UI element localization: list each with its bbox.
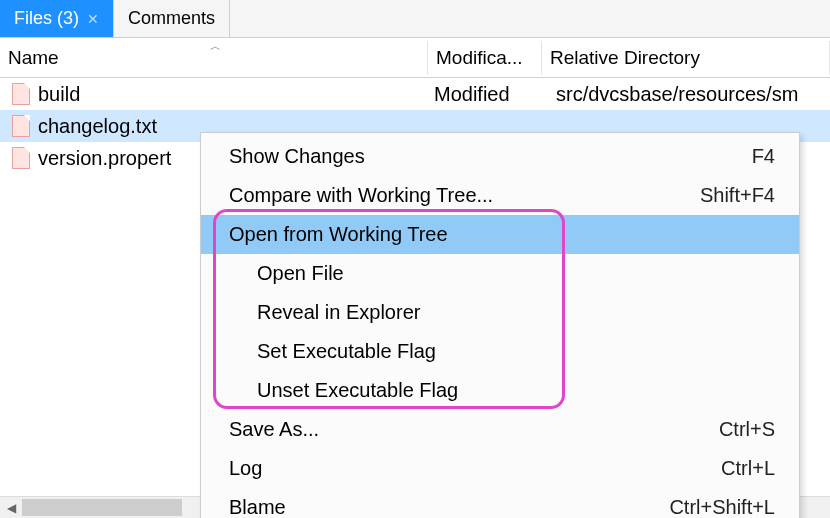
column-modification[interactable]: Modifica... [428, 41, 542, 75]
menu-item-shortcut: Ctrl+S [719, 418, 775, 441]
menu-item-label: Save As... [229, 418, 719, 441]
scrollbar-thumb[interactable] [22, 499, 182, 516]
scroll-left-icon[interactable]: ◀ [0, 497, 22, 519]
menu-unset-executable-flag[interactable]: Unset Executable Flag [201, 371, 799, 410]
tab-files[interactable]: Files (3) ✕ [0, 0, 114, 37]
file-relative-directory: src/dvcsbase/resources/sm [556, 83, 830, 106]
table-row[interactable]: build Modified src/dvcsbase/resources/sm [0, 78, 830, 110]
menu-log[interactable]: Log Ctrl+L [201, 449, 799, 488]
file-icon [12, 147, 30, 169]
close-icon[interactable]: ✕ [87, 11, 99, 27]
menu-item-label: Blame [229, 496, 669, 518]
menu-blame[interactable]: Blame Ctrl+Shift+L [201, 488, 799, 518]
column-headers: Name ︿ Modifica... Relative Directory [0, 38, 830, 78]
context-menu: Show Changes F4 Compare with Working Tre… [200, 132, 800, 518]
menu-item-label: Unset Executable Flag [257, 379, 775, 402]
menu-item-label: Set Executable Flag [257, 340, 775, 363]
menu-item-shortcut: Ctrl+Shift+L [669, 496, 775, 518]
file-icon [12, 115, 30, 137]
menu-item-label: Reveal in Explorer [257, 301, 775, 324]
menu-item-shortcut: F4 [752, 145, 775, 168]
tab-comments-label: Comments [128, 8, 215, 29]
file-name: build [38, 83, 426, 106]
tab-files-label: Files (3) [14, 8, 79, 29]
tab-comments[interactable]: Comments [114, 0, 230, 37]
menu-save-as[interactable]: Save As... Ctrl+S [201, 410, 799, 449]
menu-show-changes[interactable]: Show Changes F4 [201, 137, 799, 176]
file-modification-status: Modified [434, 83, 548, 106]
sort-ascending-icon: ︿ [210, 41, 221, 54]
menu-item-shortcut: Ctrl+L [721, 457, 775, 480]
menu-set-executable-flag[interactable]: Set Executable Flag [201, 332, 799, 371]
menu-compare-working-tree[interactable]: Compare with Working Tree... Shift+F4 [201, 176, 799, 215]
column-relative-directory[interactable]: Relative Directory [542, 41, 830, 75]
menu-open-file[interactable]: Open File [201, 254, 799, 293]
menu-item-label: Compare with Working Tree... [229, 184, 700, 207]
column-name[interactable]: Name ︿ [0, 41, 428, 75]
menu-reveal-in-explorer[interactable]: Reveal in Explorer [201, 293, 799, 332]
column-name-label: Name [8, 47, 59, 68]
file-icon [12, 83, 30, 105]
menu-item-label: Show Changes [229, 145, 752, 168]
menu-item-label: Open File [257, 262, 775, 285]
tab-bar: Files (3) ✕ Comments [0, 0, 830, 38]
menu-open-from-working-tree[interactable]: Open from Working Tree [201, 215, 799, 254]
menu-item-label: Open from Working Tree [229, 223, 775, 246]
menu-item-shortcut: Shift+F4 [700, 184, 775, 207]
menu-item-label: Log [229, 457, 721, 480]
